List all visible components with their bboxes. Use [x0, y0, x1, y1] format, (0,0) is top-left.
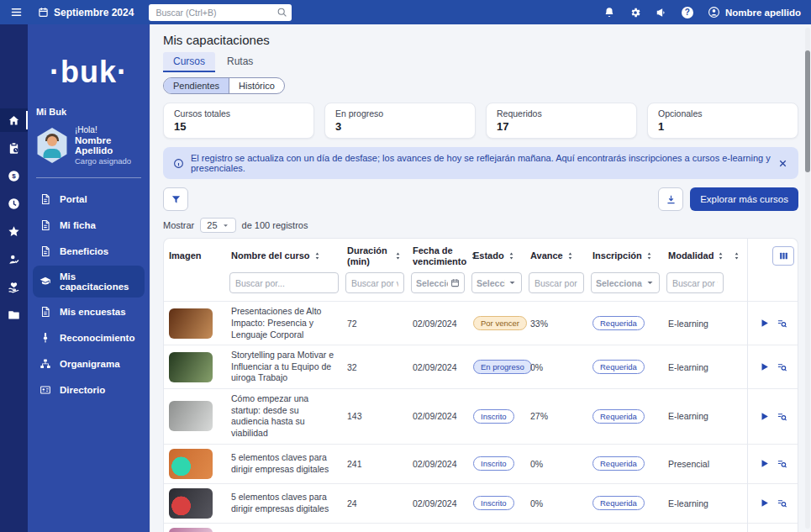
sort-icon[interactable]	[645, 251, 654, 261]
calendar-icon	[38, 7, 49, 18]
profile-name: Nombre Apellido	[75, 135, 143, 155]
course-progress: 0%	[525, 444, 587, 483]
view-details-icon[interactable]	[777, 361, 787, 372]
course-progress: 33%	[525, 302, 587, 345]
filter-select-4[interactable]: Seleccio...	[471, 272, 522, 293]
course-duration: 72	[342, 302, 408, 345]
columns-icon	[778, 250, 789, 261]
user-profile[interactable]: ¡Hola! Nombre Apellido Cargo asignado	[28, 117, 150, 172]
play-icon[interactable]	[759, 498, 770, 508]
filter-input-7[interactable]	[666, 272, 724, 293]
toggle-histórico[interactable]: Histórico	[229, 78, 284, 93]
close-icon[interactable]	[777, 158, 788, 169]
rail-item-history-clock[interactable]	[0, 192, 28, 215]
course-name: 5 elementos claves para dirigir empresas…	[231, 492, 337, 514]
tab-rutas[interactable]: Rutas	[217, 52, 263, 72]
stat-value: 17	[497, 120, 626, 133]
enrollment-badge: Requerida	[592, 360, 645, 374]
course-progress: 0%	[525, 345, 587, 389]
stat-label: Requeridos	[497, 108, 626, 119]
course-modality: Presencial	[663, 444, 727, 483]
rail-item-payments-dollar[interactable]: $	[0, 164, 28, 187]
user-menu[interactable]: Nombre apellido	[708, 6, 801, 18]
page-size-select[interactable]: 25	[200, 218, 235, 233]
download-icon	[666, 194, 677, 205]
rail-item-favorites-star[interactable]	[0, 219, 28, 243]
sidebar: ·buk· Mi Buk ¡Hola! Nombre Apellido Carg…	[28, 24, 150, 532]
stat-label: En progreso	[335, 108, 465, 119]
filter-datepicker-3[interactable]: Seleccio...	[411, 272, 465, 293]
sidebar-menu: PortalMi fichaBeneficiosMis capacitacion…	[28, 183, 150, 406]
sidebar-section-label: Mi Buk	[28, 90, 150, 117]
stat-card: En progreso3	[324, 103, 476, 139]
payments-dollar-icon: $	[8, 170, 20, 182]
course-due-date: 02/09/2024	[408, 444, 468, 483]
course-row: 5 elementos claves para dirigir empresas…	[164, 444, 798, 483]
sort-icon[interactable]	[732, 251, 741, 261]
search-input[interactable]	[149, 4, 292, 21]
row-actions	[753, 411, 795, 422]
download-button[interactable]	[658, 187, 683, 211]
filter-button[interactable]	[163, 187, 188, 211]
course-thumbnail	[169, 449, 213, 479]
courses-table: ImagenNombre del cursoDuración (min)Fech…	[163, 238, 798, 532]
tab-cursos[interactable]: Cursos	[163, 52, 215, 72]
sidebar-item-mi-ficha[interactable]: Mi ficha	[33, 213, 145, 237]
sidebar-item-mis-capacitaciones[interactable]: Mis capacitaciones	[33, 266, 145, 298]
view-details-icon[interactable]	[777, 458, 787, 469]
sort-icon[interactable]	[393, 251, 403, 261]
scrollbar-track[interactable]	[805, 28, 810, 529]
play-icon[interactable]	[759, 361, 770, 372]
sidebar-item-organigrama[interactable]: Organigrama	[33, 352, 145, 376]
filter-placeholder: Seleccio...	[416, 278, 448, 288]
enrollment-badge: Requerida	[592, 316, 645, 330]
play-icon[interactable]	[759, 458, 770, 469]
sidebar-item-directorio[interactable]: Directorio	[33, 378, 145, 402]
columns-toggle-button[interactable]	[772, 246, 794, 266]
search-icon	[276, 7, 287, 18]
sort-icon[interactable]	[313, 251, 322, 261]
user-name: Nombre apellido	[725, 8, 801, 18]
play-icon[interactable]	[759, 318, 770, 329]
view-details-icon[interactable]	[777, 498, 787, 508]
files-folder-icon	[8, 308, 20, 321]
filter-placeholder: Selecciona u...	[596, 278, 643, 288]
course-row: 5 elementos claves para dirigir empresas…	[164, 523, 798, 532]
rail-item-talent-person[interactable]	[0, 247, 28, 271]
column-label: Nombre del curso	[231, 250, 310, 261]
view-details-icon[interactable]	[777, 318, 787, 329]
show-label: Mostrar	[163, 220, 194, 230]
hamburger-menu-icon[interactable]	[10, 6, 23, 18]
course-modality: E-learning	[663, 483, 727, 523]
rail-item-tasks-clipboard[interactable]	[0, 136, 28, 160]
settings-gear-icon[interactable]	[629, 7, 641, 18]
sort-icon[interactable]	[507, 251, 516, 261]
row-actions	[753, 458, 795, 469]
talent-person-icon	[8, 253, 20, 266]
sort-icon[interactable]	[566, 251, 575, 261]
explore-courses-button[interactable]: Explorar más cursos	[690, 187, 798, 211]
help-icon[interactable]: ?	[682, 7, 693, 18]
scrollbar-thumb[interactable]	[805, 50, 810, 172]
play-icon[interactable]	[759, 411, 770, 422]
filter-select-6[interactable]: Selecciona u...	[591, 272, 660, 293]
sidebar-item-reconocimiento[interactable]: Reconocimiento	[33, 326, 145, 350]
rail-item-benefits-hand-heart[interactable]	[0, 275, 28, 298]
sidebar-item-beneficios[interactable]: Beneficios	[33, 240, 145, 263]
sort-icon[interactable]	[716, 251, 725, 261]
rail-item-files-folder[interactable]	[0, 303, 28, 326]
course-row: 5 elementos claves para dirigir empresas…	[164, 483, 798, 523]
stat-cards: Cursos totales15En progreso3Requeridos17…	[163, 103, 798, 139]
notifications-bell-icon[interactable]	[603, 7, 615, 18]
toggle-pendientes[interactable]: Pendientes	[164, 78, 229, 93]
view-details-icon[interactable]	[777, 411, 787, 422]
sidebar-item-mis-encuestas[interactable]: Mis encuestas	[33, 300, 145, 324]
rail-item-home[interactable]	[0, 108, 28, 132]
course-due-date: 02/09/2024	[408, 345, 468, 389]
filter-input-1[interactable]	[229, 272, 339, 293]
announcements-megaphone-icon[interactable]	[656, 7, 667, 18]
filter-input-5[interactable]	[529, 272, 584, 293]
period-label[interactable]: Septiembre 2024	[54, 7, 134, 18]
filter-input-2[interactable]	[345, 272, 404, 293]
sidebar-item-portal[interactable]: Portal	[33, 187, 145, 211]
